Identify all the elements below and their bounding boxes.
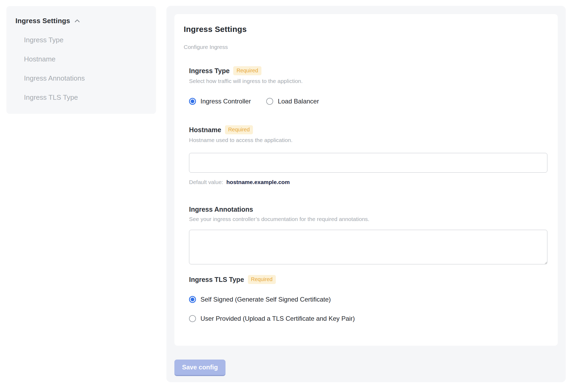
section-hostname: Hostname Required Hostname used to acces… [189,125,548,185]
radio-unselected-icon[interactable] [266,98,273,105]
radio-label: Load Balancer [278,98,319,105]
default-value-text: hostname.example.com [226,179,290,185]
required-badge: Required [225,125,253,134]
save-config-button[interactable]: Save config [174,360,225,376]
radio-selected-icon[interactable] [189,98,196,105]
sidebar-item-hostname[interactable]: Hostname [24,55,147,63]
required-badge: Required [248,275,276,284]
radio-option-load-balancer[interactable]: Load Balancer [266,98,319,105]
section-ingress-type: Ingress Type Required Select how traffic… [189,66,548,105]
section-description: Hostname used to access the application. [189,137,548,143]
page-subtitle: Configure Ingress [184,44,548,50]
default-value-label: Default value: [189,179,223,185]
ingress-settings-card: Ingress Settings Configure Ingress Ingre… [174,14,558,346]
sidebar-item-ingress-type[interactable]: Ingress Type [24,36,147,44]
radio-option-user-provided[interactable]: User Provided (Upload a TLS Certificate … [189,315,548,322]
radio-label: User Provided (Upload a TLS Certificate … [200,315,355,322]
radio-unselected-icon[interactable] [189,315,196,322]
hostname-input[interactable] [189,153,547,173]
tls-type-radio-group: Self Signed (Generate Self Signed Certif… [189,296,548,322]
section-label-ingress-type: Ingress Type [189,67,229,75]
sidebar-item-ingress-annotations[interactable]: Ingress Annotations [24,74,147,82]
ingress-annotations-textarea[interactable] [189,230,547,264]
chevron-up-icon [74,18,81,24]
sidebar-group-label: Ingress Settings [15,17,70,25]
section-ingress-annotations: Ingress Annotations See your ingress con… [189,206,548,264]
radio-label: Ingress Controller [200,98,251,105]
section-label-ingress-annotations: Ingress Annotations [189,206,253,213]
hostname-default-line: Default value: hostname.example.com [189,179,548,185]
main-panel: Ingress Settings Configure Ingress Ingre… [166,6,566,382]
section-label-hostname: Hostname [189,126,221,134]
radio-selected-icon[interactable] [189,296,196,303]
radio-label: Self Signed (Generate Self Signed Certif… [200,296,331,303]
settings-sidebar: Ingress Settings Ingress Type Hostname I… [6,6,156,114]
page-title: Ingress Settings [184,25,548,34]
section-ingress-tls-type: Ingress TLS Type Required Self Signed (G… [189,275,548,322]
section-description: See your ingress controller’s documentat… [189,216,548,222]
radio-option-ingress-controller[interactable]: Ingress Controller [189,98,251,105]
radio-option-self-signed[interactable]: Self Signed (Generate Self Signed Certif… [189,296,548,303]
ingress-type-radio-group: Ingress Controller Load Balancer [189,98,548,105]
sidebar-group-ingress-settings[interactable]: Ingress Settings [15,17,147,25]
section-description: Select how traffic will ingress to the a… [189,78,548,84]
sidebar-item-ingress-tls-type[interactable]: Ingress TLS Type [24,93,147,102]
section-label-ingress-tls-type: Ingress TLS Type [189,276,244,283]
required-badge: Required [233,66,261,75]
